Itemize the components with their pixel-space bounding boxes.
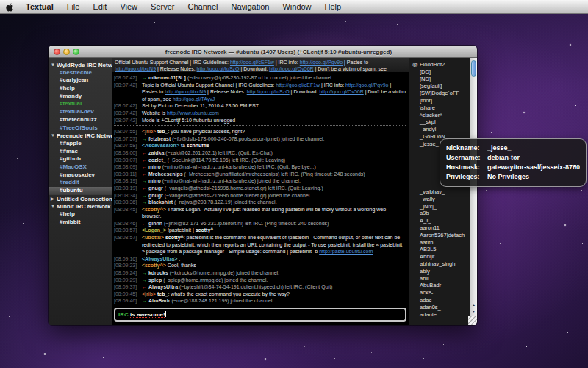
nickname[interactable]: <Logan_> (142, 227, 166, 233)
nickname[interactable]: <Ascavasaion> (142, 143, 179, 148)
nickname[interactable]: <scotty^> (142, 207, 166, 212)
user-list-item[interactable]: _vaibhav_ (409, 188, 470, 196)
scroll-up-icon[interactable]: ▲ (470, 302, 477, 308)
user-list-item[interactable]: AB3L5 (409, 246, 470, 253)
network-group-untitled-connection[interactable]: ▶Untitled Connection (49, 195, 112, 203)
menu-view[interactable]: View (113, 2, 144, 11)
link[interactable]: http://paste.ubuntu.com (319, 249, 373, 254)
user-list-item[interactable]: _andyl (409, 126, 470, 133)
link[interactable]: http://goo.gl/tuSzO (197, 66, 240, 71)
user-list-item[interactable]: [SW]Dodge`oFF (409, 90, 470, 97)
sidebar-item-apple[interactable]: ##apple (49, 140, 112, 148)
scrollbar-thumb[interactable] (471, 60, 476, 77)
user-list-item[interactable]: abhinav_singh (409, 261, 470, 268)
user-list-item[interactable]: [segfault] (409, 82, 470, 90)
menu-file[interactable]: File (60, 2, 87, 11)
user-list-item[interactable]: _wally (409, 196, 470, 203)
nickname[interactable]: <scotty^> (142, 263, 166, 268)
window-title-bar[interactable]: freenode IRC Network — #ubuntu (1497 Use… (49, 46, 477, 58)
menu-help[interactable]: Help (318, 2, 348, 11)
sidebar-item-ubuntu[interactable]: #ubuntu (49, 187, 112, 195)
close-button[interactable] (54, 49, 60, 55)
sidebar-item-textual[interactable]: #textual (49, 100, 112, 108)
user-list-item[interactable]: __skpl (409, 118, 470, 126)
user-list-item[interactable]: a9b (409, 210, 470, 217)
link[interactable]: http://goo.gl/ixcN9 (165, 89, 206, 94)
chat-line: [08:09:46]→ AbuBadr (~me@188.248.121.199… (114, 297, 406, 305)
nickname[interactable]: <jrib> (142, 291, 156, 297)
message-input[interactable]: IRC is awesome! (114, 308, 406, 322)
text-segment: kdrucks (148, 270, 168, 275)
link[interactable]: http://goo.gl/TAyvJ (173, 96, 215, 102)
user-list-item[interactable]: \share (409, 105, 470, 112)
nickname[interactable]: <AlwaysUltra> (142, 256, 177, 261)
network-group-wyldryde-irc-network[interactable]: ▼WyldRyde IRC Network (49, 61, 112, 69)
user-list-item[interactable]: [DD] (409, 68, 470, 76)
user-list-item[interactable]: adac (409, 297, 470, 304)
link[interactable]: http://goo.gl/ixcN9 (115, 66, 156, 71)
sidebar-item-carlyjean[interactable]: #carlyjean (49, 77, 112, 85)
disclosure-open-icon[interactable]: ▼ (51, 61, 57, 69)
timestamp: [08:08:57] (114, 234, 142, 255)
user-list-item[interactable]: abiy (409, 268, 470, 275)
user-list-item[interactable]: abli (409, 275, 470, 283)
message-body: ← cozlet_ (~SoeLink@114.79.58.106) left … (142, 157, 406, 164)
sidebar-item-TreeOfSouls[interactable]: #TreeOfSouls (49, 124, 112, 132)
network-group-mibbit-irc-network[interactable]: ▼Mibbit IRC Network (49, 202, 112, 210)
link[interactable]: http://goo.gl/Ov56R (319, 89, 363, 94)
link[interactable]: http://goo.gl/Ov56R (269, 66, 313, 71)
user-list-item[interactable]: [ND] (409, 76, 470, 83)
menu-textual[interactable]: Textual (19, 2, 60, 11)
user-list-item[interactable]: [thor] (409, 97, 470, 105)
user-list-item[interactable]: A_I_ (409, 217, 470, 224)
sidebar-item-help[interactable]: #help (49, 210, 112, 219)
user-list-item[interactable]: acke- (409, 289, 470, 297)
user-list-scrollbar[interactable]: ▲ ▼ (470, 58, 477, 316)
menu-server[interactable]: Server (144, 2, 181, 11)
scroll-down-icon[interactable]: ▼ (470, 308, 477, 315)
user-list-item[interactable]: Aaron5367|detach (409, 232, 470, 239)
user-list-item[interactable]: Abhijit (409, 253, 470, 261)
user-list-item[interactable]: _|Nix|_ (409, 203, 470, 210)
link[interactable]: http://goo.gl/cEF1w (276, 82, 320, 88)
nickname[interactable]: <ubottu> (142, 235, 164, 240)
minimize-button[interactable] (63, 49, 70, 55)
user-list-item[interactable]: aaron11 (409, 224, 470, 232)
menu-channel[interactable]: Channel (181, 2, 224, 11)
menu-edit[interactable]: Edit (86, 2, 113, 11)
link[interactable]: http://goo.gl/Pgv9o (345, 82, 388, 88)
network-group-freenode-irc-network[interactable]: ▼Freenode IRC Network (49, 132, 112, 140)
sidebar-item-besttechie[interactable]: #besttechie (49, 69, 112, 77)
user-list-item[interactable]: @FloodBot2 (409, 61, 470, 68)
apple-menu-icon[interactable] (0, 1, 19, 13)
user-list-item[interactable]: adan0s_ (409, 304, 470, 311)
link[interactable]: http://goo.gl/tuSzO (247, 89, 290, 94)
disclosure-open-icon[interactable]: ▼ (51, 202, 57, 210)
user-list-item[interactable]: aatifh (409, 239, 470, 247)
resize-grip[interactable] (468, 316, 477, 325)
menu-navigation[interactable]: Navigation (224, 2, 276, 11)
disclosure-closed-icon[interactable]: ▶ (51, 195, 57, 203)
menu-window[interactable]: Window (276, 2, 318, 11)
zoom-button[interactable] (73, 49, 79, 55)
sidebar-item-help[interactable]: #help (49, 85, 112, 93)
link[interactable]: http://goo.gl/cEF1w (230, 60, 274, 65)
sidebar-item-MacOSX[interactable]: #MacOSX (49, 163, 112, 171)
disclosure-open-icon[interactable]: ▼ (51, 132, 57, 140)
message-body: → mikemac11[SL] (~discovery@ip68-230-192… (142, 74, 406, 82)
user-list-item[interactable]: ^slacker^ (409, 112, 470, 119)
user-list-item[interactable]: AbuBadr (409, 282, 470, 289)
tooltip-row: Hostmask:gateway/tor-sasl/jesse/x-876055… (446, 163, 580, 172)
link[interactable]: http://www.ubuntu.com (167, 110, 219, 116)
link[interactable]: http://goo.gl/Pgv9o (300, 60, 343, 65)
sidebar-item-github[interactable]: #github (49, 155, 112, 163)
sidebar-item-mac[interactable]: ##mac (49, 148, 112, 156)
nickname[interactable]: <jrib> (142, 129, 156, 134)
sidebar-item-reddit[interactable]: #reddit (49, 179, 112, 187)
sidebar-item-thetechbuzz[interactable]: #thetechbuzz (49, 116, 112, 124)
user-list-item[interactable]: adante (409, 311, 470, 319)
sidebar-item-macosxdev[interactable]: #macosxdev (49, 171, 112, 180)
sidebar-item-mandy[interactable]: #mandy (49, 93, 112, 101)
sidebar-item-mibbit[interactable]: #mibbit (49, 219, 112, 227)
sidebar-item-textual-dev[interactable]: #textual-dev (49, 108, 112, 116)
